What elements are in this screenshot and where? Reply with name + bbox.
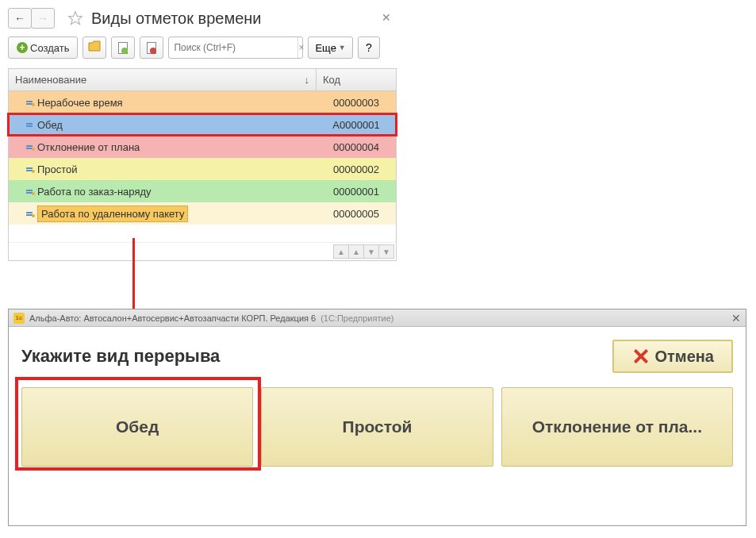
page-add-icon [118, 42, 128, 54]
item-icon [26, 167, 33, 171]
table-row[interactable]: Простой 00000002 [9, 158, 396, 180]
folder-icon [88, 40, 101, 55]
grid-empty-space [9, 225, 396, 242]
item-icon [26, 212, 33, 215]
item-icon [26, 190, 33, 193]
svg-marker-0 [69, 12, 83, 25]
dialog-close-button[interactable]: ✕ [731, 312, 741, 325]
item-icon [26, 123, 33, 126]
search-clear-button[interactable]: × [297, 37, 304, 58]
item-icon [26, 145, 33, 148]
chevron-down-icon: ▼ [339, 44, 346, 52]
scroll-up-button[interactable]: ▲ [348, 244, 364, 259]
cancel-label: Отмена [655, 348, 714, 366]
search-input[interactable] [169, 37, 297, 58]
sort-indicator-icon: ↓ [305, 74, 310, 86]
choice-button-deviation[interactable]: Отклонение от пла... [501, 387, 733, 467]
table-row[interactable]: Работа по заказ-наряду 00000001 [9, 180, 396, 202]
delete-item-button[interactable] [140, 37, 163, 59]
data-grid[interactable]: Наименование ↓ Код Нерабочее время 00000… [8, 68, 397, 261]
column-code[interactable]: Код [317, 74, 396, 86]
dialog-window: 1c Альфа-Авто: Автосалон+Автосервис+Авто… [8, 309, 746, 526]
more-label: Еще [315, 42, 336, 54]
table-row[interactable]: Нерабочее время 00000003 [9, 91, 396, 113]
scroll-top-button[interactable]: ▲ [333, 244, 349, 259]
create-button-label: Создать [30, 42, 69, 54]
folder-button[interactable] [83, 37, 106, 59]
window-title: Виды отметок времени [91, 10, 262, 28]
create-button[interactable]: + Создать [8, 37, 78, 59]
choice-button-idle[interactable]: Простой [261, 387, 493, 467]
dialog-heading: Укажите вид перерыва [21, 346, 220, 367]
table-row[interactable]: Работа по удаленному пакету 00000005 [9, 202, 396, 225]
scroll-down-button[interactable]: ▼ [363, 244, 379, 259]
nav-back-button[interactable]: ← [8, 8, 32, 29]
app-logo-icon: 1c [13, 313, 25, 324]
cancel-button[interactable]: Отмена [612, 340, 733, 373]
scroll-bottom-button[interactable]: ▼ [378, 244, 394, 259]
column-name[interactable]: Наименование ↓ [9, 69, 317, 90]
dialog-titlebar[interactable]: 1c Альфа-Авто: Автосалон+Автосервис+Авто… [9, 309, 746, 327]
item-icon [26, 101, 33, 104]
page-remove-icon [147, 42, 156, 54]
more-menu-button[interactable]: Еще ▼ [308, 37, 352, 59]
table-row[interactable]: Обед A0000001 [9, 113, 396, 136]
create-item-button[interactable] [111, 37, 135, 59]
favorite-star-icon[interactable] [66, 9, 85, 28]
nav-forward-button[interactable]: → [31, 8, 55, 29]
dialog-title-platform: (1С:Предприятие) [320, 313, 393, 323]
cancel-x-icon [631, 348, 649, 365]
help-button[interactable]: ? [358, 37, 380, 59]
table-row[interactable]: Отклонение от плана 00000004 [9, 136, 396, 158]
dialog-title-app: Альфа-Авто: Автосалон+Автосервис+Автозап… [29, 313, 316, 323]
grid-header[interactable]: Наименование ↓ Код [9, 69, 396, 91]
choice-button-lunch[interactable]: Обед [21, 387, 253, 467]
plus-icon: + [17, 42, 28, 53]
close-icon[interactable]: ✕ [382, 11, 391, 24]
